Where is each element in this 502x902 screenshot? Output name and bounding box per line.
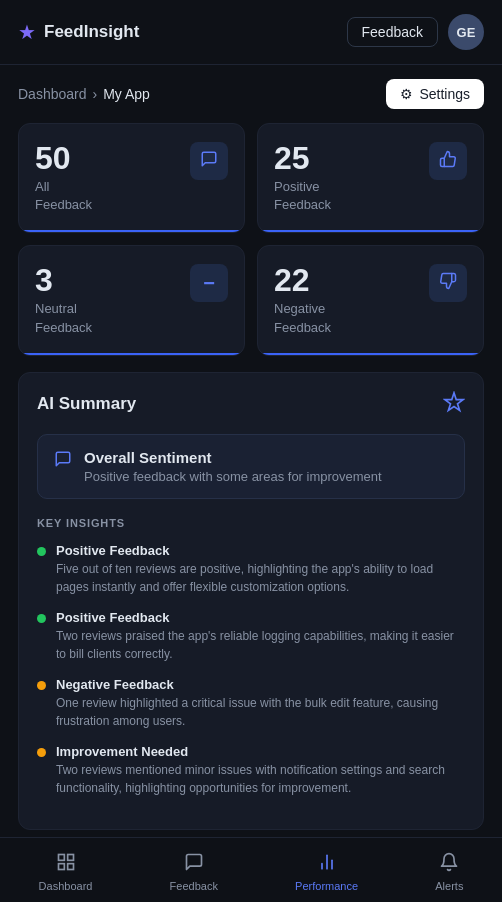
sentiment-card: Overall Sentiment Positive feedback with… bbox=[37, 434, 465, 499]
stat-number-neutral: 3 bbox=[35, 264, 92, 296]
sentiment-text: Overall Sentiment Positive feedback with… bbox=[84, 449, 382, 484]
minus-icon: − bbox=[203, 272, 215, 295]
svg-rect-3 bbox=[58, 864, 64, 870]
ai-sparkle-icon bbox=[443, 391, 465, 418]
stats-grid: 50 All Feedback 25 Positive Feedb bbox=[0, 123, 502, 370]
insight-title-1: Positive Feedback bbox=[56, 543, 465, 558]
insight-text-1: Five out of ten reviews are positive, hi… bbox=[56, 560, 465, 596]
stat-info-negative: 22 Negative Feedback bbox=[274, 264, 331, 336]
header-left: ★ FeedInsight bbox=[18, 20, 139, 44]
breadcrumb-parent[interactable]: Dashboard bbox=[18, 86, 87, 102]
insight-item-3: Negative Feedback One review highlighted… bbox=[37, 677, 465, 730]
nav-label-dashboard: Dashboard bbox=[39, 880, 93, 892]
performance-nav-icon bbox=[317, 852, 337, 877]
insight-item-2: Positive Feedback Two reviews praised th… bbox=[37, 610, 465, 663]
stat-icon-neutral: − bbox=[190, 264, 228, 302]
nav-label-alerts: Alerts bbox=[435, 880, 463, 892]
breadcrumb-separator: › bbox=[93, 86, 98, 102]
insight-text-2: Two reviews praised the app's reliable l… bbox=[56, 627, 465, 663]
nav-item-performance[interactable]: Performance bbox=[287, 848, 366, 896]
stat-number-negative: 22 bbox=[274, 264, 331, 296]
message-icon bbox=[200, 150, 218, 173]
stat-icon-all bbox=[190, 142, 228, 180]
stat-card-neutral[interactable]: 3 Neutral Feedback − bbox=[18, 245, 245, 355]
feedback-button[interactable]: Feedback bbox=[347, 17, 438, 47]
insight-title-4: Improvement Needed bbox=[56, 744, 465, 759]
breadcrumb: Dashboard › My App bbox=[18, 86, 150, 102]
nav-label-performance: Performance bbox=[295, 880, 358, 892]
stat-info-neutral: 3 Neutral Feedback bbox=[35, 264, 92, 336]
app-name: FeedInsight bbox=[44, 22, 139, 42]
ai-summary-card: AI Summary Overall Sentiment Positive fe… bbox=[18, 372, 484, 830]
sentiment-description: Positive feedback with some areas for im… bbox=[84, 469, 382, 484]
header: ★ FeedInsight Feedback GE bbox=[0, 0, 502, 65]
stat-number-all: 50 bbox=[35, 142, 92, 174]
sentiment-title: Overall Sentiment bbox=[84, 449, 382, 466]
thumbs-down-icon bbox=[439, 272, 457, 295]
ai-summary-title: AI Summary bbox=[37, 394, 136, 414]
svg-rect-0 bbox=[58, 855, 64, 861]
nav-item-dashboard[interactable]: Dashboard bbox=[31, 848, 101, 896]
nav-item-feedback[interactable]: Feedback bbox=[162, 848, 226, 896]
insight-dot-positive-2 bbox=[37, 614, 46, 623]
breadcrumb-current: My App bbox=[103, 86, 150, 102]
ai-summary-header: AI Summary bbox=[37, 391, 465, 418]
insight-dot-positive-1 bbox=[37, 547, 46, 556]
nav-item-alerts[interactable]: Alerts bbox=[427, 848, 471, 896]
stat-label-all: All Feedback bbox=[35, 178, 92, 214]
insight-dot-negative bbox=[37, 681, 46, 690]
logo-icon: ★ bbox=[18, 20, 36, 44]
insight-title-3: Negative Feedback bbox=[56, 677, 465, 692]
alerts-nav-icon bbox=[439, 852, 459, 877]
dashboard-icon bbox=[56, 852, 76, 877]
header-right: Feedback GE bbox=[347, 14, 484, 50]
stat-label-negative: Negative Feedback bbox=[274, 300, 331, 336]
key-insights-label: KEY INSIGHTS bbox=[37, 517, 465, 529]
svg-rect-1 bbox=[67, 855, 73, 861]
thumbs-up-icon bbox=[439, 150, 457, 173]
stat-icon-negative bbox=[429, 264, 467, 302]
stat-info-all: 50 All Feedback bbox=[35, 142, 92, 214]
insight-title-2: Positive Feedback bbox=[56, 610, 465, 625]
stat-label-positive: Positive Feedback bbox=[274, 178, 331, 214]
stat-card-all[interactable]: 50 All Feedback bbox=[18, 123, 245, 233]
stat-icon-positive bbox=[429, 142, 467, 180]
settings-icon: ⚙ bbox=[400, 86, 413, 102]
insight-item-1: Positive Feedback Five out of ten review… bbox=[37, 543, 465, 596]
insight-text-4: Two reviews mentioned minor issues with … bbox=[56, 761, 465, 797]
stat-number-positive: 25 bbox=[274, 142, 331, 174]
feedback-nav-icon bbox=[184, 852, 204, 877]
stat-card-positive[interactable]: 25 Positive Feedback bbox=[257, 123, 484, 233]
sentiment-icon bbox=[54, 450, 72, 473]
insight-item-4: Improvement Needed Two reviews mentioned… bbox=[37, 744, 465, 797]
nav-label-feedback: Feedback bbox=[170, 880, 218, 892]
stat-info-positive: 25 Positive Feedback bbox=[274, 142, 331, 214]
breadcrumb-bar: Dashboard › My App ⚙ Settings bbox=[0, 65, 502, 123]
insight-dot-improvement bbox=[37, 748, 46, 757]
settings-button[interactable]: ⚙ Settings bbox=[386, 79, 484, 109]
insight-text-3: One review highlighted a critical issue … bbox=[56, 694, 465, 730]
bottom-nav: Dashboard Feedback Performance Alerts bbox=[0, 837, 502, 902]
avatar[interactable]: GE bbox=[448, 14, 484, 50]
stat-card-negative[interactable]: 22 Negative Feedback bbox=[257, 245, 484, 355]
stat-label-neutral: Neutral Feedback bbox=[35, 300, 92, 336]
svg-rect-2 bbox=[67, 864, 73, 870]
